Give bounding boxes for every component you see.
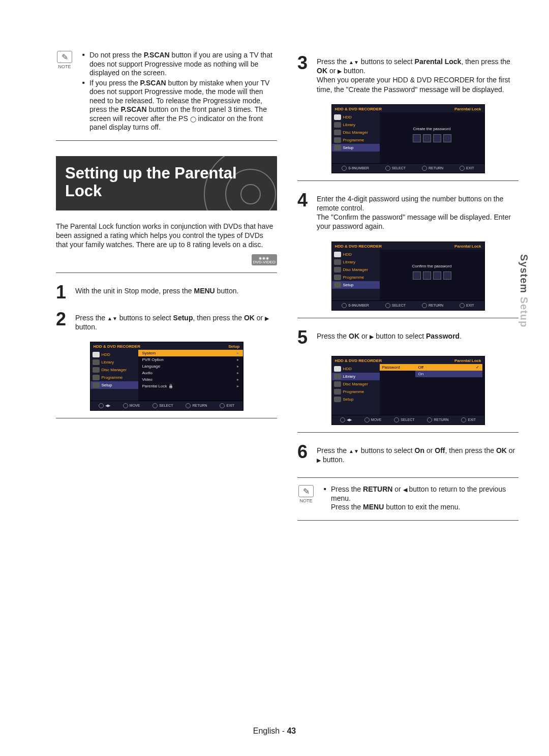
step-5: 5 Press the OK or button to select Passw…: [297, 325, 518, 352]
osd-setup-screen: HDD & DVD RECORDERSetup HDD Library Disc…: [90, 342, 243, 411]
step-4: 4 Enter the 4-digit password using the n…: [297, 188, 518, 237]
step-number: 2: [56, 311, 70, 327]
bottom-note: ✎ NOTE Press the RETURN or button to ret…: [297, 485, 518, 521]
step-number: 3: [297, 55, 312, 71]
osd-create-password: HDD & DVD RECORDERParental Lock HDD Libr…: [331, 104, 485, 173]
top-note: ✎ NOTE Do not press the P.SCAN button if…: [56, 51, 277, 141]
step-text: Press the buttons to select Setup, then …: [75, 311, 277, 331]
step-number: 5: [297, 329, 312, 346]
note-body: Press the RETURN or button to return to …: [320, 485, 518, 513]
step-2: 2 Press the buttons to select Setup, the…: [56, 307, 277, 338]
step-6: 6 Press the buttons to select On or Off,…: [297, 440, 518, 470]
intro-text: The Parental Lock function works in conj…: [56, 222, 277, 250]
step-number: 1: [56, 284, 70, 300]
note-icon: ✎ NOTE: [297, 485, 315, 503]
step-text: With the unit in Stop mode, press the ME…: [75, 284, 238, 295]
page-footer: English - 43: [0, 727, 549, 736]
step-text: Enter the 4-digit password using the num…: [317, 192, 518, 231]
side-tab: System Setup: [518, 254, 530, 327]
step-text: Press the buttons to select On or Off, t…: [317, 444, 518, 464]
note-item: Press the RETURN or button to return to …: [326, 485, 518, 512]
dvd-video-badge: ◉◉◉DVD-VIDEO: [252, 254, 277, 265]
note-item: Do not press the P.SCAN button if you ar…: [84, 51, 277, 78]
badge-row: ◉◉◉DVD-VIDEO: [56, 254, 277, 265]
osd-confirm-password: HDD & DVD RECORDERParental Lock HDD Libr…: [331, 241, 485, 311]
note-body: Do not press the P.SCAN button if you ar…: [78, 51, 277, 133]
note-icon: ✎ NOTE: [56, 51, 73, 69]
step-text: Press the buttons to select Parental Loc…: [317, 55, 518, 94]
step-3: 3 Press the buttons to select Parental L…: [297, 51, 518, 100]
step-text: Press the OK or button to select Passwor…: [317, 329, 462, 341]
section-heading: Setting up the Parental Lock: [56, 156, 277, 210]
step-number: 4: [297, 192, 312, 208]
note-item: If you press the P.SCAN button by mistak…: [84, 79, 277, 132]
step-1: 1 With the unit in Stop mode, press the …: [56, 280, 277, 307]
step-number: 6: [297, 444, 312, 460]
osd-password-options: HDD & DVD RECORDERParental Lock HDD Libr…: [331, 356, 485, 425]
heading-title: Setting up the Parental Lock: [65, 164, 268, 200]
